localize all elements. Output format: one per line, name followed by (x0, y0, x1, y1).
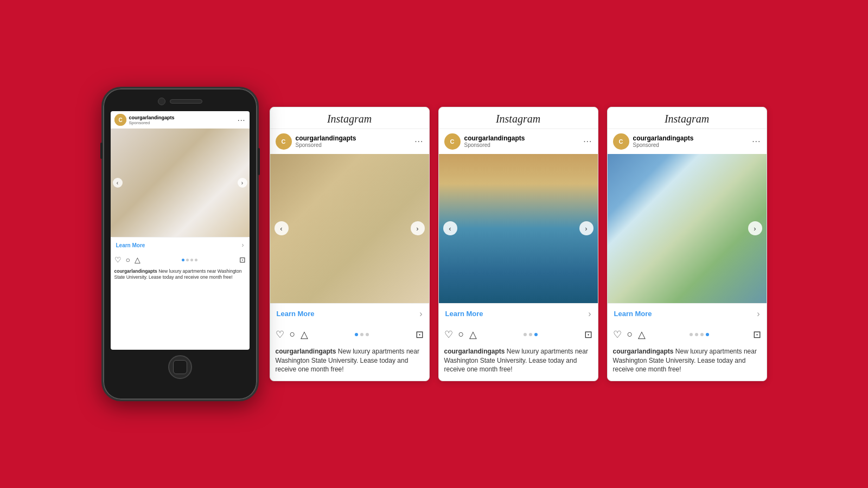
card-1-menu-dots[interactable]: ··· (414, 137, 423, 146)
card-2-share-icon[interactable]: △ (469, 329, 477, 341)
card-1-caption-username: courgarlandingapts (276, 348, 336, 355)
phone-username: courgarlandingapts (129, 115, 235, 120)
card-1-dot-2 (360, 333, 363, 336)
card-2-caption-username: courgarlandingapts (444, 348, 505, 355)
card-2-user-info: courgarlandingapts Sponsored (464, 134, 580, 148)
phone-dot-4 (195, 259, 197, 261)
card-1-title: Instagram (270, 107, 429, 129)
card-1-learn-more-row: Learn More › (270, 303, 429, 324)
card-2-caption: courgarlandingapts New luxury apartments… (439, 345, 598, 381)
card-2-arrow: › (588, 309, 591, 319)
card-2-dot-3 (534, 333, 538, 336)
card-2-header: C courgarlandingapts Sponsored ··· (439, 129, 598, 154)
card-3-learn-more[interactable]: Learn More (614, 310, 652, 318)
main-container: C courgarlandingapts Sponsored ··· ‹ › L… (91, 76, 778, 412)
desktop-card-3: Instagram C courgarlandingapts Sponsored… (607, 107, 767, 381)
card-3-heart-icon[interactable]: ♡ (613, 329, 622, 341)
phone-card-image: ‹ › (111, 129, 250, 237)
phone-home-button[interactable] (168, 355, 192, 379)
phone-mockup: C courgarlandingapts Sponsored ··· ‹ › L… (101, 87, 259, 401)
card-3-menu-dots[interactable]: ··· (752, 137, 761, 146)
card-1-carousel-right[interactable]: › (411, 221, 425, 235)
phone-home-button-inner (173, 360, 187, 374)
card-3-sponsored: Sponsored (633, 142, 749, 148)
phone-share-icon[interactable]: △ (135, 255, 141, 264)
card-3-image: › (608, 154, 767, 303)
card-2-dot-1 (524, 333, 527, 336)
phone-dot-1 (182, 259, 184, 261)
card-2-learn-more[interactable]: Learn More (445, 310, 483, 318)
card-2-bookmark[interactable]: ⊡ (584, 329, 592, 341)
card-1-sponsored: Sponsored (296, 142, 411, 148)
card-2-learn-more-row: Learn More › (439, 303, 598, 324)
phone-learn-more-link[interactable]: Learn More (116, 242, 145, 248)
card-3-actions: ♡ ○ △ ⊡ (608, 324, 767, 345)
card-3-share-icon[interactable]: △ (638, 329, 646, 341)
card-2-carousel-left[interactable]: ‹ (443, 221, 457, 235)
card-1-comment-icon[interactable]: ○ (290, 329, 296, 340)
card-1-header: C courgarlandingapts Sponsored ··· (270, 129, 429, 154)
card-2-comment-icon[interactable]: ○ (458, 329, 464, 340)
card-3-bookmark[interactable]: ⊡ (753, 329, 761, 341)
card-3-avatar: C (613, 133, 629, 150)
card-2-dots (482, 333, 578, 336)
card-1-dots (314, 333, 410, 336)
card-3-learn-more-row: Learn More › (608, 303, 767, 324)
card-1-user-info: courgarlandingapts Sponsored (296, 134, 411, 148)
card-3-dot-3 (700, 333, 704, 336)
card-1-heart-icon[interactable]: ♡ (276, 329, 284, 341)
phone-kitchen-image (111, 129, 250, 237)
phone-comment-icon[interactable]: ○ (126, 255, 130, 264)
phone-carousel-left[interactable]: ‹ (113, 178, 123, 188)
phone-learn-more-bar: Learn More › (111, 237, 250, 253)
card-3-carousel-right[interactable]: › (748, 221, 762, 235)
card-1-carousel-left[interactable]: ‹ (275, 221, 289, 235)
phone-heart-icon[interactable]: ♡ (114, 255, 122, 264)
card-3-dot-4 (706, 333, 709, 336)
card-1-dot-3 (366, 333, 369, 336)
phone-avatar: C (114, 114, 126, 126)
desktop-cards-container: Instagram C courgarlandingapts Sponsored… (270, 107, 767, 381)
card-3-exterior-image (608, 154, 767, 303)
phone-camera (158, 98, 165, 105)
desktop-card-1: Instagram C courgarlandingapts Sponsored… (270, 107, 430, 381)
phone-caption-username: courgarlandingapts (114, 268, 157, 274)
phone-caption: courgarlandingapts New luxury apartments… (111, 267, 250, 284)
phone-instagram-card: C courgarlandingapts Sponsored ··· ‹ › L… (111, 111, 250, 350)
card-1-avatar: C (276, 133, 292, 150)
card-3-header: C courgarlandingapts Sponsored ··· (608, 129, 767, 154)
phone-actions-row: ♡ ○ △ ⊡ (111, 253, 250, 267)
phone-dot-2 (186, 259, 189, 261)
card-1-living-image (270, 154, 429, 303)
phone-dot-3 (190, 259, 193, 261)
phone-bookmark-icon[interactable]: ⊡ (239, 255, 246, 264)
card-1-share-icon[interactable]: △ (301, 329, 308, 341)
card-2-username: courgarlandingapts (464, 134, 580, 142)
phone-dots-indicator (145, 259, 235, 261)
card-2-title: Instagram (439, 107, 598, 129)
phone-carousel-right[interactable]: › (238, 178, 247, 188)
card-1-learn-more[interactable]: Learn More (277, 310, 315, 318)
card-3-title: Instagram (608, 107, 767, 129)
card-3-dots (651, 333, 747, 336)
card-1-username: courgarlandingapts (296, 134, 411, 142)
card-3-dot-1 (690, 333, 693, 336)
card-1-bookmark[interactable]: ⊡ (416, 329, 424, 341)
phone-top-bar (106, 94, 254, 109)
desktop-card-2: Instagram C courgarlandingapts Sponsored… (438, 107, 598, 381)
card-3-caption: courgarlandingapts New luxury apartments… (608, 345, 767, 381)
card-2-menu-dots[interactable]: ··· (583, 137, 592, 146)
card-2-heart-icon[interactable]: ♡ (444, 329, 453, 341)
card-1-dot-1 (355, 333, 358, 336)
card-3-user-info: courgarlandingapts Sponsored (633, 134, 749, 148)
card-3-comment-icon[interactable]: ○ (627, 329, 633, 340)
phone-sponsored: Sponsored (129, 120, 235, 125)
card-1-actions: ♡ ○ △ ⊡ (270, 324, 429, 345)
card-2-sponsored: Sponsored (464, 142, 580, 148)
card-1-arrow: › (419, 309, 422, 319)
phone-speaker (170, 99, 202, 104)
svg-text:C: C (118, 117, 122, 123)
phone-power-btn (258, 148, 260, 175)
card-2-carousel-right[interactable]: › (579, 221, 593, 235)
phone-menu-dots[interactable]: ··· (238, 115, 246, 124)
